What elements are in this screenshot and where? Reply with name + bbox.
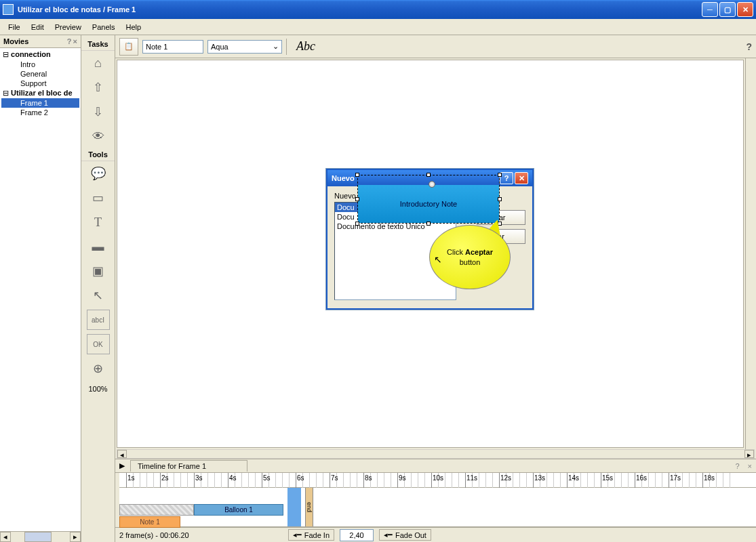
canvas-vscroll[interactable] [745, 58, 756, 449]
eye-icon[interactable]: 👁 [87, 126, 110, 146]
ruler-label: 4s [229, 474, 237, 482]
menu-panels[interactable]: Panels [87, 21, 121, 33]
movies-close-icon[interactable]: × [73, 37, 77, 45]
balloon-tool-icon[interactable]: 💬 [87, 163, 110, 184]
arrow-down-icon[interactable]: ⇩ [87, 102, 110, 122]
ruler-label: 12s [500, 474, 511, 482]
note-selection[interactable]: Introductory Note [357, 175, 500, 224]
resize-handle[interactable] [498, 197, 502, 201]
note-name-input[interactable] [142, 40, 203, 54]
note-type-icon[interactable]: 📋 [119, 38, 138, 56]
minimize-button[interactable]: ─ [702, 2, 718, 17]
button-tool-icon[interactable]: OK [87, 334, 110, 354]
timeline-tab[interactable]: Timeline for Frame 1 [130, 460, 247, 472]
timeline-tracks[interactable]: end Balloon 1 Note 1 [119, 488, 756, 527]
tree-item-intro[interactable]: Intro [1, 60, 79, 69]
movies-help-icon[interactable]: ? [67, 37, 72, 45]
scroll-right-icon[interactable]: ▸ [70, 532, 81, 542]
ruler-label: 2s [161, 474, 169, 482]
menu-edit[interactable]: Edit [26, 21, 49, 33]
ruler-label: 11s [466, 474, 477, 482]
window-titlebar: Utilizar el bloc de notas / Frame 1 ─ ▢ … [0, 0, 756, 19]
ruler-label: 5s [263, 474, 271, 482]
close-button[interactable]: ✕ [737, 2, 753, 17]
timeline-close-icon[interactable]: × [748, 462, 752, 470]
timeline-ruler[interactable]: 1s2s3s4s5s6s7s8s9s10s11s12s13s14s15s16s1… [119, 473, 756, 488]
clip-note[interactable]: Note 1 [119, 516, 180, 528]
home-icon[interactable]: ⌂ [87, 53, 110, 73]
maximize-button[interactable]: ▢ [719, 2, 736, 17]
ruler-label: 6s [297, 474, 304, 482]
target-tool-icon[interactable]: ⊕ [87, 358, 110, 379]
menu-file[interactable]: File [3, 21, 26, 33]
ruler-label: 13s [534, 474, 545, 482]
dialog-close-icon[interactable]: ✕ [515, 172, 528, 184]
resize-handle[interactable] [355, 197, 359, 201]
tree-root-utilizar[interactable]: Utilizar el bloc de [1, 88, 79, 98]
image-tool-icon[interactable]: ▣ [87, 261, 110, 281]
resize-handle[interactable] [498, 173, 502, 177]
resize-handle[interactable] [426, 222, 431, 226]
font-sample-button[interactable]: Abc [291, 39, 321, 54]
note-box[interactable]: Introductory Note [358, 185, 499, 223]
style-dropdown[interactable]: Aqua [207, 40, 282, 54]
toolbar-help-icon[interactable]: ? [746, 41, 752, 52]
note-text: Introductory Note [400, 200, 457, 208]
tree-item-general[interactable]: General [1, 69, 79, 79]
menu-preview[interactable]: Preview [49, 21, 87, 33]
ruler-label: 14s [568, 474, 579, 482]
hscroll-right-icon[interactable]: ▸ [744, 450, 754, 458]
movies-panel: Movies ? × connection Intro General Supp… [0, 35, 81, 542]
movies-hscroll[interactable]: ◂ ▸ [0, 531, 81, 542]
scroll-left-icon[interactable]: ◂ [0, 532, 11, 542]
menubar: File Edit Preview Panels Help [0, 19, 756, 35]
status-bar: 2 frame(s) - 00:06.20 ◂━ Fade In ◂━ Fade… [115, 527, 756, 542]
canvas[interactable]: Nuevo ? ✕ Nuevo Docu Docu Documento de t… [117, 60, 744, 448]
timeline-panel: ▶ Timeline for Frame 1 ? × 1s2s3s4s5s6s7… [115, 459, 756, 527]
clip-balloon[interactable]: Balloon 1 [194, 504, 283, 516]
text-tool-icon[interactable]: T [87, 212, 110, 232]
fade-out-control[interactable]: ◂━ Fade Out [379, 529, 431, 541]
end-marker[interactable]: end [305, 488, 313, 526]
ruler-label: 9s [399, 474, 406, 482]
play-icon[interactable]: ▶ [119, 461, 125, 470]
resize-handle[interactable] [355, 222, 359, 226]
ruler-label: 16s [636, 474, 647, 482]
status-frames: 2 frame(s) - 00:06.20 [119, 531, 189, 539]
clip-lead[interactable] [119, 504, 194, 516]
object-toolbar: 📋 Aqua Abc ? [115, 35, 756, 58]
tools-label: Tools [81, 148, 115, 161]
resize-handle[interactable] [355, 173, 359, 177]
movies-tree[interactable]: connection Intro General Support Utiliza… [0, 48, 81, 531]
ruler-label: 18s [704, 474, 715, 482]
menu-help[interactable]: Help [120, 21, 146, 33]
dialog-help-icon[interactable]: ? [500, 172, 513, 184]
arrow-up-icon[interactable]: ⇧ [87, 77, 110, 98]
note-tool-icon[interactable]: ▭ [87, 188, 110, 208]
movies-panel-header: Movies ? × [0, 35, 81, 48]
ruler-label: 1s [127, 474, 135, 482]
style-label: Aqua [211, 43, 228, 51]
resize-handle[interactable] [426, 173, 431, 177]
balloon-text: Click Aceptarbutton [447, 247, 493, 267]
time-input[interactable] [340, 529, 374, 541]
tree-root-connection[interactable]: connection [1, 49, 79, 60]
app-icon [3, 4, 14, 15]
tree-item-frame1[interactable]: Frame 1 [1, 98, 79, 108]
canvas-hscroll[interactable]: ◂ ▸ [117, 449, 755, 459]
ruler-label: 10s [433, 474, 443, 482]
scroll-thumb[interactable] [24, 532, 52, 542]
movies-panel-title: Movies [3, 37, 28, 45]
fade-in-control[interactable]: ◂━ Fade In [288, 529, 334, 541]
pointer-tool-icon[interactable]: ↖ [87, 285, 110, 306]
tree-item-frame2[interactable]: Frame 2 [1, 108, 79, 117]
window-title: Utilizar el bloc de notas / Frame 1 [18, 5, 136, 14]
ruler-label: 8s [365, 474, 372, 482]
tree-item-support[interactable]: Support [1, 79, 79, 88]
textfield-tool-icon[interactable]: abcI [87, 310, 110, 330]
playhead[interactable] [287, 488, 301, 526]
zoom-level[interactable]: 100% [88, 381, 107, 397]
rect-tool-icon[interactable]: ▬ [87, 236, 110, 257]
timeline-help-icon[interactable]: ? [735, 462, 739, 470]
hscroll-left-icon[interactable]: ◂ [117, 450, 127, 458]
